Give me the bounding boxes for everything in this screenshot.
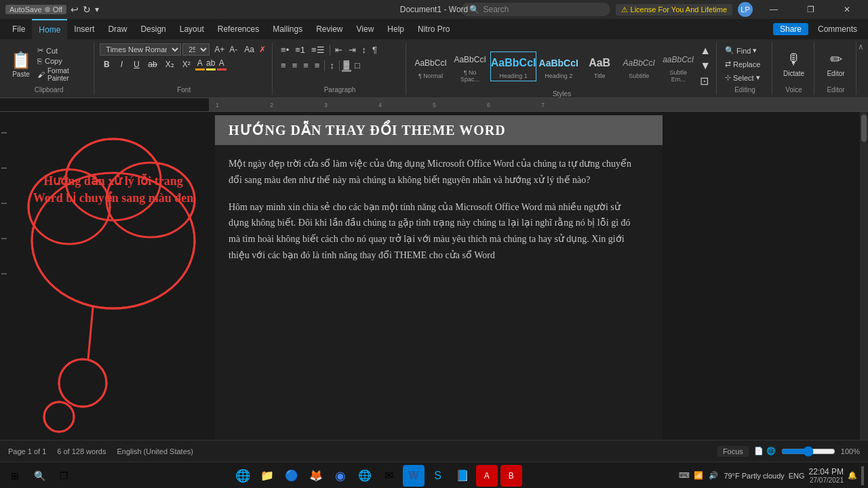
clock[interactable]: 22:04 PM 27/07/2021: [809, 467, 844, 484]
bullets-button[interactable]: ≡•: [278, 43, 292, 56]
web-view-icon[interactable]: 🌐: [766, 447, 776, 455]
style-heading2-button[interactable]: AaBbCcI Heading 2: [538, 52, 579, 81]
font-color-button[interactable]: A: [217, 58, 226, 70]
italic-button[interactable]: I: [115, 58, 128, 70]
tab-help[interactable]: Help: [380, 19, 411, 39]
tab-home[interactable]: Home: [32, 19, 67, 39]
taskbar-app2[interactable]: B: [500, 465, 522, 487]
tab-layout[interactable]: Layout: [173, 19, 211, 39]
tab-references[interactable]: References: [211, 19, 266, 39]
find-button[interactable]: 🔍 Find ▾: [722, 45, 768, 56]
tab-view[interactable]: View: [350, 19, 381, 39]
task-view-button[interactable]: ❐: [53, 465, 75, 487]
taskbar-skype[interactable]: S: [427, 465, 449, 487]
subscript-button[interactable]: X₂: [162, 58, 178, 70]
justify-button[interactable]: ≡: [312, 59, 323, 72]
taskbar-app1[interactable]: A: [476, 465, 498, 487]
show-para-button[interactable]: ¶: [370, 43, 380, 56]
focus-button[interactable]: Focus: [717, 446, 749, 457]
sort-button[interactable]: ↕: [359, 43, 370, 56]
increase-indent-button[interactable]: ⇥: [346, 43, 359, 56]
expand-ribbon-button[interactable]: ∧: [858, 42, 864, 52]
tab-design[interactable]: Design: [134, 19, 172, 39]
doc-para-1: Một ngày đẹp trời cửa sổ làm việc của ứn…: [229, 156, 635, 188]
superscript-button[interactable]: X²: [179, 58, 194, 70]
para-divider2: [324, 60, 325, 71]
tab-draw[interactable]: Draw: [101, 19, 134, 39]
align-left-button[interactable]: ≡: [278, 59, 289, 72]
redo-icon[interactable]: ↻: [83, 4, 91, 15]
styles-up-arrow[interactable]: ▲: [698, 43, 712, 58]
highlight-button[interactable]: ab: [206, 58, 216, 70]
taskbar-firefox[interactable]: 🦊: [305, 465, 327, 487]
styles-down-arrow[interactable]: ▼: [698, 58, 712, 73]
style-nospace-button[interactable]: AaBbCcI ¶ No Spac...: [451, 48, 489, 85]
notification-icon[interactable]: 🔔: [848, 471, 857, 480]
minimize-button[interactable]: —: [758, 0, 789, 19]
tab-nitropro[interactable]: Nitro Pro: [411, 19, 456, 39]
dictate-button[interactable]: 🎙 Dictate: [778, 48, 810, 80]
font-size-select[interactable]: 25: [182, 43, 210, 56]
border-button[interactable]: □: [352, 59, 363, 72]
select-button[interactable]: ⊹ Select ▾: [722, 72, 768, 83]
user-avatar[interactable]: LP: [738, 2, 753, 17]
editor-button[interactable]: ✏ Editor: [821, 48, 850, 80]
style-subtle-button[interactable]: aaBbCcI Subtle Em...: [659, 48, 697, 85]
bold-button[interactable]: B: [100, 58, 113, 70]
shading-button[interactable]: ▓: [342, 60, 351, 72]
styles-expand-arrow[interactable]: ⊡: [698, 73, 712, 89]
style-normal-button[interactable]: AaBbCcI ¶ Normal: [412, 52, 450, 81]
shrink-font-button[interactable]: A-: [226, 43, 239, 56]
autosave-badge[interactable]: AutoSave Off: [5, 5, 66, 14]
format-painter-button[interactable]: 🖌 Format Painter: [35, 66, 90, 83]
style-title-button[interactable]: AaB Title: [580, 52, 618, 81]
cut-button[interactable]: ✂ Cut: [35, 45, 90, 56]
close-button[interactable]: ✕: [831, 0, 863, 19]
paste-button[interactable]: 📋 Paste: [8, 48, 34, 81]
taskbar-teams[interactable]: 🌐: [354, 465, 376, 487]
restore-button[interactable]: ❐: [795, 0, 826, 19]
show-desktop-button[interactable]: [861, 466, 864, 485]
start-button[interactable]: ⊞: [4, 465, 26, 487]
multilevel-button[interactable]: ≡☰: [309, 43, 328, 56]
taskbar-word[interactable]: W: [403, 465, 425, 487]
search-button[interactable]: 🔍: [28, 465, 50, 487]
taskbar-edge[interactable]: 🌐: [232, 465, 254, 487]
style-subtitle-button[interactable]: AaBbCcI Subtitle: [620, 52, 658, 81]
align-center-button[interactable]: ≡: [290, 59, 300, 72]
underline-button[interactable]: U: [130, 58, 143, 70]
comments-button[interactable]: Comments: [812, 23, 863, 35]
replace-button[interactable]: ⇄ Replace: [722, 58, 768, 70]
share-button[interactable]: Share: [773, 23, 808, 35]
search-bar[interactable]: 🔍 Search: [461, 3, 610, 16]
taskbar-chrome[interactable]: ◉: [330, 465, 351, 487]
decrease-indent-button[interactable]: ⇤: [332, 43, 345, 56]
font-family-select[interactable]: Times New Roman: [100, 43, 181, 56]
vertical-scrollbar[interactable]: [860, 112, 868, 440]
quick-access-more[interactable]: ▾: [95, 5, 99, 14]
undo-icon[interactable]: ↩: [71, 4, 79, 15]
clear-format-button[interactable]: ✗: [256, 43, 269, 56]
scrollbar-thumb[interactable]: [861, 115, 867, 142]
print-view-icon[interactable]: 📄: [754, 447, 764, 455]
voice-label: Voice: [785, 85, 802, 94]
tab-insert[interactable]: Insert: [67, 19, 101, 39]
copy-button[interactable]: ⎘ Copy: [35, 56, 90, 66]
line-spacing-button[interactable]: ↕: [327, 59, 337, 72]
tab-review[interactable]: Review: [309, 19, 349, 39]
taskbar-explorer[interactable]: 📁: [256, 465, 278, 487]
numbering-button[interactable]: ≡1: [292, 43, 308, 56]
tab-file[interactable]: File: [5, 19, 32, 39]
taskbar-outlook[interactable]: 📘: [452, 465, 473, 487]
grow-font-button[interactable]: A+: [211, 43, 224, 56]
text-effect-button[interactable]: A: [195, 58, 205, 70]
taskbar-store[interactable]: 🔵: [281, 465, 302, 487]
strikethrough-button[interactable]: ab: [144, 58, 160, 70]
change-case-button[interactable]: Aa: [241, 43, 254, 56]
editor-group: ✏ Editor Editor: [816, 42, 856, 95]
taskbar-mail[interactable]: ✉: [378, 465, 400, 487]
align-right-button[interactable]: ≡: [300, 59, 311, 72]
style-heading1-button[interactable]: AaBbCcI Heading 1: [490, 52, 536, 81]
tab-mailings[interactable]: Mailings: [266, 19, 309, 39]
zoom-slider[interactable]: [781, 446, 835, 457]
